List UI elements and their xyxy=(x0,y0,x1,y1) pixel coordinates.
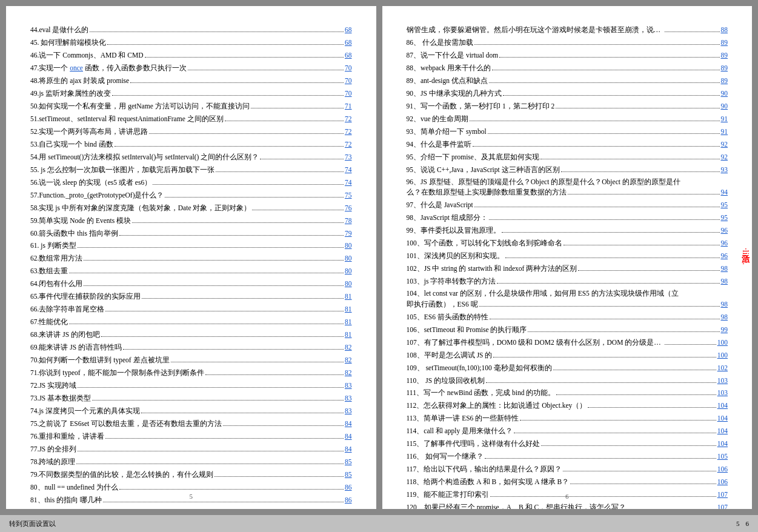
toc-page-76[interactable]: 84 xyxy=(345,431,352,442)
toc-item-55[interactable]: 55. js 怎么控制一次加载一张图片，加载完后再加载下一张 74 xyxy=(30,164,352,176)
toc-page-44[interactable]: 68 xyxy=(345,24,352,36)
toc-page-55[interactable]: 74 xyxy=(345,164,352,176)
toc-item-76[interactable]: 76.重排和重绘，讲讲看 84 xyxy=(30,431,352,442)
toc-item-110[interactable]: 110、 JS 的垃圾回收机制 103 xyxy=(407,375,728,387)
toc-item-60[interactable]: 60.箭头函数中 this 指向举例 79 xyxy=(30,228,352,239)
toc-item-58[interactable]: 58.实现 js 中所有对象的深度克隆（包装对象，Date 对象，正则对象） 7… xyxy=(30,202,352,214)
toc-page-114[interactable]: 104 xyxy=(717,425,728,437)
toc-page-54[interactable]: 73 xyxy=(345,151,352,163)
toc-item-113[interactable]: 113、简单讲一讲 ES6 的一些新特性 104 xyxy=(407,413,728,424)
toc-item-87[interactable]: 87、说一下什么是 virtual dom 89 xyxy=(407,50,728,61)
toc-page-70[interactable]: 82 xyxy=(345,354,352,366)
toc-page-50[interactable]: 71 xyxy=(345,101,352,112)
toc-item-118[interactable]: 118、给两个构造函数 A 和 B，如何实现 A 继承 B？ 106 xyxy=(407,476,728,488)
toc-item-114[interactable]: 114、call 和 apply 是用来做什么？ 104 xyxy=(407,425,728,437)
toc-page-49[interactable]: 70 xyxy=(345,88,352,99)
toc-item-91[interactable]: 91、写一个函数，第一秒打印 1，第二秒打印 2 90 xyxy=(407,101,728,112)
toc-item-78[interactable]: 78.跨域的原理 85 xyxy=(30,456,352,468)
toc-item-101[interactable]: 101、深浅拷贝的区别和实现。 96 xyxy=(407,250,728,262)
toc-item-56[interactable]: 56.说一说 sleep 的实现（es5 或者 es6） 74 xyxy=(30,177,352,188)
toc-item-47[interactable]: 47.实现一个 once 函数，传入函数参数只执行一次 70 xyxy=(30,62,352,74)
toc-page-46[interactable]: 68 xyxy=(345,50,352,61)
toc-item-116[interactable]: 116、 如何写一个继承？ 105 xyxy=(407,451,728,462)
toc-page-72[interactable]: 83 xyxy=(345,380,352,391)
toc-item-96[interactable]: 96、JS 原型链、原型链的顶端是什么？Object 的原型是什么？Object… xyxy=(407,177,728,199)
toc-page-68[interactable]: 81 xyxy=(345,329,352,341)
toc-item-51[interactable]: 51.setTimeout、setInterval 和 requestAnima… xyxy=(30,113,352,125)
toc-item-50[interactable]: 50.如何实现一个私有变量，用 getName 方法可以访问，不能直接访问 71 xyxy=(30,101,352,112)
toc-item-57[interactable]: 57.Function._proto_(getPrototypeOf)是什么？ … xyxy=(30,190,352,201)
toc-item-70[interactable]: 70.如何判断一个数组讲到 typeof 差点被坑里 82 xyxy=(30,354,352,366)
toc-page-120[interactable]: 107 xyxy=(717,502,728,509)
toc-item-75[interactable]: 75.之前说了 ES6set 可以数组去重，是否还有数组去重的方法 84 xyxy=(30,418,352,430)
toc-item-46[interactable]: 46.说一下 Commonjs、AMD 和 CMD 68 xyxy=(30,50,352,61)
bottom-bar-page-right[interactable]: 6 xyxy=(746,520,750,527)
toc-item-52[interactable]: 52.实现一个两列等高布局，讲讲思路 72 xyxy=(30,126,352,138)
toc-item-107[interactable]: 107、有了解过事件模型吗，DOM0 级和 DOM2 级有什么区别，DOM 的分… xyxy=(407,337,728,348)
toc-page-95[interactable]: 92 xyxy=(721,151,728,163)
toc-item-97[interactable]: 97、什么是 JavaScript 95 xyxy=(407,199,728,211)
toc-item-89a[interactable]: 89、 暂停死区 86 xyxy=(30,507,352,509)
toc-item-69[interactable]: 69.能来讲讲 JS 的语言特性吗 82 xyxy=(30,342,352,353)
toc-item-49[interactable]: 49.js 监听对象属性的改变 70 xyxy=(30,88,352,99)
toc-item-109[interactable]: 109、 setTimeout(fn,100);100 毫秒是如何权衡的 102 xyxy=(407,362,728,374)
bottom-bar-page-left[interactable]: 5 xyxy=(736,520,740,527)
toc-page-69[interactable]: 82 xyxy=(345,342,352,353)
toc-page-110[interactable]: 103 xyxy=(717,375,728,387)
toc-page-116[interactable]: 105 xyxy=(717,451,728,462)
toc-page-59[interactable]: 78 xyxy=(345,215,352,227)
toc-page-112[interactable]: 104 xyxy=(717,400,728,411)
toc-item-102[interactable]: 102、JS 中 string 的 startwith 和 indexof 两种… xyxy=(407,263,728,274)
toc-item-90[interactable]: 90、JS 中继承实现的几种方式 90 xyxy=(407,88,728,99)
toc-page-118[interactable]: 106 xyxy=(717,476,728,488)
toc-page-77[interactable]: 84 xyxy=(345,444,352,455)
toc-item-104[interactable]: 104、let const var 的区别，什么是块级作用域，如何用 ES5 的… xyxy=(407,288,728,310)
toc-item-111[interactable]: 111、写一个 newBind 函数，完成 bind 的功能。 103 xyxy=(407,387,728,399)
toc-page-79[interactable]: 85 xyxy=(345,469,352,480)
toc-page-58[interactable]: 76 xyxy=(345,202,352,214)
toc-item-62[interactable]: 62.数组常用方法 80 xyxy=(30,253,352,264)
toc-item-86[interactable]: 86、 什么是按需加载 89 xyxy=(407,37,728,48)
toc-item-54[interactable]: 54.用 setTimeout()方法来模拟 setInterval()与 se… xyxy=(30,151,352,163)
toc-item-93[interactable]: 93、简单介绍一下 symbol 91 xyxy=(407,126,728,138)
toc-page-64[interactable]: 80 xyxy=(345,278,352,290)
toc-page-97[interactable]: 95 xyxy=(721,199,728,211)
toc-page-51[interactable]: 72 xyxy=(345,113,352,125)
toc-page-111[interactable]: 103 xyxy=(717,387,728,399)
toc-item-103[interactable]: 103、js 字符串转数字的方法 98 xyxy=(407,276,728,287)
toc-item-73[interactable]: 73.JS 基本数据类型 83 xyxy=(30,393,352,404)
toc-page-52[interactable]: 72 xyxy=(345,126,352,138)
toc-page-66[interactable]: 81 xyxy=(345,304,352,315)
toc-page-91[interactable]: 90 xyxy=(721,101,728,112)
toc-item-65[interactable]: 65.事件代理在捕获阶段的实际应用 81 xyxy=(30,291,352,302)
toc-item-61[interactable]: 61. js 判断类型 80 xyxy=(30,240,352,251)
toc-page-57[interactable]: 75 xyxy=(345,190,352,201)
toc-item-79[interactable]: 79.不同数据类型的值的比较，是怎么转换的，有什么规则 85 xyxy=(30,469,352,480)
toc-item-98[interactable]: 98、JavaScript 组成部分： 95 xyxy=(407,212,728,224)
toc-item-48[interactable]: 48.将原生的 ajax 封装成 promise 70 xyxy=(30,75,352,87)
toc-page-75[interactable]: 84 xyxy=(345,418,352,430)
toc-page-86[interactable]: 89 xyxy=(721,37,728,48)
toc-item-115[interactable]: 115、了解事件代理吗，这样做有什么好处 104 xyxy=(407,438,728,450)
toc-item-99[interactable]: 99、事件委托以及冒泡原理。 96 xyxy=(407,225,728,236)
toc-item-44[interactable]: 44.eval 是做什么的 68 xyxy=(30,24,352,36)
toc-item-59[interactable]: 59.简单实现 Node 的 Events 模块 78 xyxy=(30,215,352,227)
toc-page-47[interactable]: 70 xyxy=(345,62,352,74)
toc-page-80[interactable]: 86 xyxy=(345,482,352,493)
toc-page-92[interactable]: 91 xyxy=(721,113,728,125)
toc-item-68[interactable]: 68.来讲讲 JS 的闭包吧 81 xyxy=(30,329,352,341)
toc-item-92[interactable]: 92、vue 的生命周期 91 xyxy=(407,113,728,125)
toc-item-53[interactable]: 53.自己实现一个 bind 函数 72 xyxy=(30,139,352,150)
toc-page-88[interactable]: 89 xyxy=(721,62,728,74)
toc-item-71[interactable]: 71.你说到 typeof，能不能加一个限制条件达到判断条件 82 xyxy=(30,367,352,379)
toc-item-74[interactable]: 74.js 深度拷贝一个元素的具体实现 83 xyxy=(30,405,352,417)
toc-page-102[interactable]: 98 xyxy=(721,263,728,274)
toc-item-85-cont[interactable]: 钢管生成，你要躲避钢管。然后小明在玩这个游戏时候老是卡顿甚至崩溃，说出原因（3-… xyxy=(407,24,728,36)
toc-page-67[interactable]: 81 xyxy=(345,316,352,328)
toc-page-98[interactable]: 95 xyxy=(721,212,728,224)
toc-item-77[interactable]: 77.JS 的全排列 84 xyxy=(30,444,352,455)
toc-page-115[interactable]: 104 xyxy=(717,438,728,450)
toc-item-67[interactable]: 67.性能优化 81 xyxy=(30,316,352,328)
toc-item-72[interactable]: 72.JS 实现跨域 83 xyxy=(30,380,352,391)
toc-item-45[interactable]: 45. 如何理解前端模块化 68 xyxy=(30,37,352,48)
